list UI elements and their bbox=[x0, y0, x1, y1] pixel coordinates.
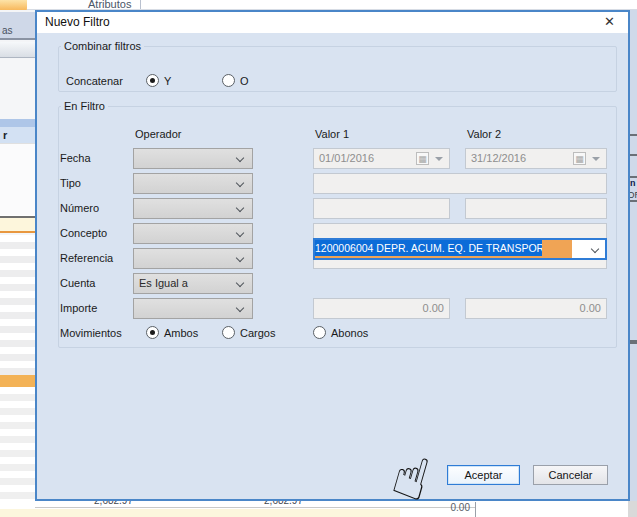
radio-ambos[interactable] bbox=[146, 326, 159, 339]
chevron-down-icon[interactable] bbox=[435, 157, 443, 161]
row-label-referencia: Referencia bbox=[60, 252, 113, 264]
dialog-title: Nuevo Filtro bbox=[45, 15, 110, 29]
background-tab-atributos: Atributos bbox=[88, 0, 131, 10]
background-left-label: as bbox=[0, 12, 35, 40]
cuenta-operator-dropdown[interactable]: Es Igual a bbox=[133, 273, 253, 294]
grid-line bbox=[630, 154, 637, 156]
numero-valor1-field[interactable] bbox=[313, 198, 450, 219]
calendar-icon[interactable]: ▦ bbox=[573, 152, 586, 165]
numero-operator-dropdown[interactable] bbox=[133, 198, 253, 219]
chevron-down-icon[interactable] bbox=[592, 157, 600, 161]
concepto-operator-dropdown[interactable] bbox=[133, 223, 253, 244]
row-label-numero: Número bbox=[60, 202, 99, 214]
row-label-cuenta: Cuenta bbox=[60, 277, 95, 289]
background-selected-row-fragment bbox=[0, 119, 35, 127]
grid-line bbox=[475, 502, 476, 517]
row-label-tipo: Tipo bbox=[60, 177, 81, 189]
background-highlighted-row bbox=[0, 509, 400, 517]
referencia-operator-dropdown[interactable] bbox=[133, 248, 253, 269]
background-panel-fragment bbox=[0, 59, 35, 119]
background-panel-fragment bbox=[0, 143, 35, 215]
radio-concatenar-o-label: O bbox=[240, 75, 249, 87]
calendar-icon[interactable]: ▦ bbox=[416, 152, 429, 165]
row-label-fecha: Fecha bbox=[60, 152, 91, 164]
grid-cell-value: 0.00 bbox=[430, 502, 470, 513]
radio-ambos-label: Ambos bbox=[164, 327, 198, 339]
column-header-valor2: Valor 2 bbox=[467, 128, 501, 140]
row-label-importe: Importe bbox=[60, 302, 97, 314]
grid-line bbox=[35, 507, 475, 508]
background-left-strip: as r bbox=[0, 10, 35, 517]
radio-concatenar-y-label: Y bbox=[164, 75, 171, 87]
background-grid-bottom: 2,682.97 2,682.97 0.00 bbox=[0, 501, 637, 517]
tipo-valor-field[interactable] bbox=[313, 173, 607, 194]
background-text-fragment: DR bbox=[630, 190, 637, 200]
cuenta-selected-value: 1200006004 DEPR. ACUM. EQ. DE TRANSPORTE bbox=[315, 240, 542, 256]
row-label-movimientos: Movimientos bbox=[60, 327, 122, 339]
aceptar-button[interactable]: Aceptar bbox=[447, 465, 520, 485]
chevron-down-icon bbox=[236, 304, 244, 312]
background-left-label-r: r bbox=[0, 127, 35, 143]
chevron-down-icon[interactable] bbox=[591, 245, 599, 253]
column-header-valor1: Valor 1 bbox=[315, 128, 349, 140]
numero-valor2-field[interactable] bbox=[465, 198, 607, 219]
background-orange-row-fragment bbox=[0, 375, 35, 387]
tipo-operator-dropdown[interactable] bbox=[133, 173, 253, 194]
radio-abonos[interactable] bbox=[313, 326, 326, 339]
nuevo-filtro-dialog: Nuevo Filtro ✕ Combinar filtros Concaten… bbox=[35, 10, 630, 501]
row-label-concepto: Concepto bbox=[60, 227, 107, 239]
radio-concatenar-o[interactable] bbox=[222, 74, 235, 87]
chevron-down-icon bbox=[236, 254, 244, 262]
chevron-down-icon bbox=[236, 279, 244, 287]
column-header-operador: Operador bbox=[135, 128, 181, 140]
group-label: Combinar filtros bbox=[61, 40, 144, 52]
importe-operator-dropdown[interactable] bbox=[133, 298, 253, 319]
background-header-row-fragment bbox=[0, 218, 35, 233]
close-icon[interactable]: ✕ bbox=[601, 14, 618, 29]
background-right-strip: n DR bbox=[630, 10, 637, 501]
concatenar-label: Concatenar bbox=[66, 75, 123, 87]
chevron-down-icon bbox=[236, 204, 244, 212]
grid-line bbox=[630, 200, 637, 202]
fecha-valor1-datepicker[interactable]: 01/01/2016 ▦ bbox=[313, 148, 450, 169]
radio-cargos-label: Cargos bbox=[240, 327, 275, 339]
cuenta-value-combobox[interactable]: 1200006004 DEPR. ACUM. EQ. DE TRANSPORTE bbox=[313, 238, 607, 260]
background-text-fragment: n bbox=[630, 178, 636, 188]
chevron-down-icon bbox=[236, 179, 244, 187]
background-grid-rows-fragment bbox=[0, 235, 35, 375]
cancelar-button[interactable]: Cancelar bbox=[533, 465, 608, 485]
grid-line bbox=[630, 340, 637, 344]
fecha-valor2-datepicker[interactable]: 31/12/2016 ▦ bbox=[465, 148, 607, 169]
tab-divider bbox=[140, 0, 141, 10]
group-label: En Filtro bbox=[61, 100, 108, 112]
background-corner bbox=[628, 501, 637, 517]
importe-valor2-field[interactable]: 0.00 bbox=[465, 298, 607, 319]
dialog-titlebar[interactable]: Nuevo Filtro ✕ bbox=[37, 12, 628, 33]
background-ribbon-strip: Atributos bbox=[0, 0, 637, 10]
grid-line bbox=[630, 134, 637, 136]
chevron-down-icon bbox=[236, 229, 244, 237]
background-toolbar-fragment bbox=[0, 42, 35, 58]
importe-valor1-field[interactable]: 0.00 bbox=[313, 298, 450, 319]
radio-cargos[interactable] bbox=[222, 326, 235, 339]
fecha-operator-dropdown[interactable] bbox=[133, 148, 253, 169]
radio-abonos-label: Abonos bbox=[331, 327, 368, 339]
radio-concatenar-y[interactable] bbox=[146, 74, 159, 87]
background-grid-rows-fragment bbox=[0, 387, 35, 517]
group-combinar-filtros: Combinar filtros bbox=[58, 40, 617, 92]
dialog-body: Combinar filtros Concatenar Y O En Filtr… bbox=[37, 33, 628, 499]
chevron-down-icon bbox=[236, 154, 244, 162]
